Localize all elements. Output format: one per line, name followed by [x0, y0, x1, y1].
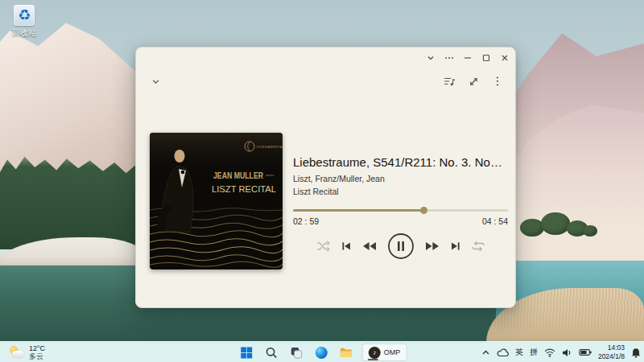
rewind-icon[interactable]	[362, 241, 377, 251]
edge-browser-icon[interactable]	[312, 343, 330, 361]
desktop: ♻ 回收站	[0, 0, 644, 362]
omp-app-label: OMP	[384, 348, 401, 356]
pause-button[interactable]	[387, 232, 415, 260]
album-art: FONDAMENTA JEAN MULLER piano LISZT RECIT…	[150, 133, 283, 269]
track-album: Liszt Recital	[293, 186, 508, 197]
recycle-bin-label: 回收站	[5, 27, 43, 39]
taskbar: 12°C 多云	[0, 341, 644, 362]
track-title: Liebestraume, S541/R211: No. 3. Nocturne…	[293, 154, 508, 170]
weather-temperature: 12°C	[29, 344, 45, 352]
ime-language-indicator[interactable]: 英	[515, 347, 523, 358]
collapse-chevron-icon[interactable]	[146, 72, 165, 91]
next-track-icon[interactable]	[450, 241, 461, 252]
time-total: 04 : 54	[482, 216, 508, 226]
progress-thumb[interactable]	[420, 207, 427, 214]
titlebar-chevron-down-icon[interactable]	[421, 48, 440, 68]
file-explorer-icon[interactable]	[337, 343, 355, 361]
minimize-button[interactable]	[458, 48, 477, 68]
battery-icon[interactable]	[579, 348, 592, 356]
task-view-icon[interactable]	[287, 343, 305, 361]
clock-date: 2024/1/8	[598, 352, 625, 361]
start-button[interactable]	[237, 343, 255, 361]
time-row: 02 : 59 04 : 54	[293, 216, 508, 226]
tray-chevron-up-icon[interactable]	[481, 349, 490, 356]
player-toolbar	[136, 70, 515, 93]
track-info-panel: Liebestraume, S541/R211: No. 3. Nocturne…	[293, 154, 508, 260]
svg-text:FONDAMENTA: FONDAMENTA	[257, 145, 283, 149]
notification-bell-icon[interactable]	[631, 348, 641, 358]
titlebar-more-icon[interactable]	[440, 48, 458, 68]
weather-condition: 多云	[29, 352, 45, 360]
maximize-button[interactable]	[477, 48, 495, 68]
seek-bar[interactable]	[293, 207, 508, 214]
shuffle-icon[interactable]	[316, 241, 330, 252]
expand-diagonal-icon[interactable]	[464, 72, 483, 91]
track-artist: Liszt, Franz/Muller, Jean	[293, 173, 508, 184]
fast-forward-icon[interactable]	[425, 241, 440, 251]
taskbar-weather-widget[interactable]: 12°C 多云	[4, 342, 50, 362]
kebab-menu-icon[interactable]	[488, 72, 507, 91]
onedrive-cloud-icon[interactable]	[497, 348, 509, 357]
wallpaper-shrub	[583, 225, 597, 237]
playback-controls	[293, 232, 508, 260]
omp-player-window: FONDAMENTA JEAN MULLER piano LISZT RECIT…	[135, 47, 516, 308]
time-elapsed: 02 : 59	[293, 216, 319, 226]
window-titlebar	[421, 47, 514, 68]
volume-icon[interactable]	[562, 348, 572, 357]
progress-fill	[293, 209, 424, 212]
taskbar-system-tray: 英 拼	[481, 342, 641, 362]
album-title-text: LISZT RECITAL	[212, 184, 277, 194]
previous-track-icon[interactable]	[341, 241, 352, 252]
taskbar-omp-app-active[interactable]: ♪ OMP	[362, 343, 407, 361]
album-artist-text: JEAN MULLER	[213, 171, 263, 180]
taskbar-center-apps: ♪ OMP	[237, 342, 407, 362]
clock-time: 14:03	[598, 343, 625, 352]
recycle-bin-icon: ♻	[14, 5, 35, 26]
active-app-indicator	[368, 359, 378, 361]
album-instrument-text: piano	[266, 173, 275, 177]
wallpaper-shrub	[541, 212, 570, 235]
search-icon[interactable]	[262, 343, 280, 361]
omp-app-icon: ♪	[369, 347, 381, 359]
close-button[interactable]	[495, 48, 514, 68]
wifi-icon[interactable]	[544, 348, 555, 357]
repeat-icon[interactable]	[472, 241, 485, 252]
recycle-symbol: ♻	[18, 8, 31, 23]
taskbar-clock[interactable]: 14:03 2024/1/8	[598, 343, 625, 360]
playlist-queue-icon[interactable]	[440, 72, 459, 91]
recycle-bin-desktop-icon[interactable]: ♻ 回收站	[5, 5, 43, 39]
ime-input-method-indicator[interactable]: 拼	[530, 347, 538, 358]
weather-icon	[9, 346, 25, 360]
